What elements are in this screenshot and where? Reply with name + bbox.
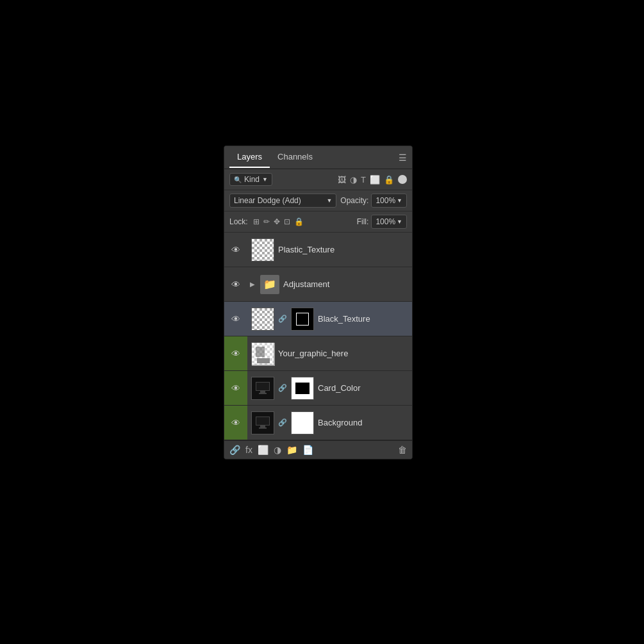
fill-value: 100% [376,217,395,226]
layer-name-black-texture: Black_Texture [318,314,412,324]
mask-fill [295,383,310,394]
filter-toggle-icon[interactable] [398,175,407,184]
blend-mode-row: Linear Dodge (Add) ▼ Opacity: 100% ▼ [224,190,412,211]
layer-info-your-graphic: Your_graphic_here [278,349,412,358]
monitor-base [259,393,267,394]
monitor-base [259,427,267,429]
thumb-background-mask [291,411,314,434]
monitor-screen [256,417,270,425]
layer-info-adjustament: Adjustament [283,279,412,289]
panel-menu-icon[interactable]: ☰ [399,153,407,163]
lock-icons: ⊞ ✏ ✥ ⊡ 🔒 [253,217,304,226]
link-black-texture: 🔗 [278,315,287,323]
layer-name-card-color: Card_Color [318,383,412,393]
thumb-your-graphic [251,342,274,365]
mask-inner [296,313,309,326]
svg-rect-2 [256,347,265,357]
monitor-screen [256,382,270,391]
layer-name-adjustament: Adjustament [283,279,412,289]
fill-group: Fill: 100% ▼ [357,215,407,229]
layer-name-background: Background [318,418,412,427]
eye-background[interactable]: 👁 [224,406,247,440]
opacity-group: Opacity: 100% ▼ [340,194,407,208]
eye-your-graphic[interactable]: 👁 [224,336,247,370]
layer-card-color[interactable]: 👁 🔗 Card_Color [224,371,412,406]
thumb-adjustament: 📁 [260,275,279,294]
layer-adjustament[interactable]: 👁 ▶ 📁 Adjustament [224,267,412,302]
circle-filter-icon[interactable]: ◑ [350,175,357,185]
layer-effects-icon[interactable]: fx [245,445,252,455]
svg-rect-1 [257,358,270,363]
text-filter-icon[interactable]: T [361,175,366,185]
link-card-color: 🔗 [278,384,287,392]
opacity-input[interactable]: 100% ▼ [371,194,407,208]
kind-chevron-icon: ▼ [262,176,268,183]
blend-mode-label: Linear Dodge (Add) [234,196,301,205]
layer-background[interactable]: 👁 🔗 Background [224,406,412,440]
layer-info-plastic-texture: Plastic_Texture [278,245,412,254]
shape-filter-icon[interactable]: ⬜ [370,175,380,185]
tab-bar: Layers Channels ☰ [224,146,412,169]
thumb-plastic-texture [251,238,274,261]
thumb-black-texture-layer [251,308,274,331]
filter-row: 🔍 Kind ▼ 🖼 ◑ T ⬜ 🔒 [224,169,412,190]
fill-input[interactable]: 100% ▼ [371,215,407,229]
lock-transparent-icon[interactable]: ⊞ [253,217,260,226]
layers-list: 👁 Plastic_Texture 👁 ▶ 📁 Adjustament 👁 [224,233,412,440]
new-group-icon[interactable]: 📁 [286,445,297,455]
lock-artboard-icon[interactable]: ⊡ [284,217,290,226]
eye-adjustament[interactable]: 👁 [224,267,247,301]
add-mask-icon[interactable]: ⬜ [258,445,268,455]
opacity-chevron-icon: ▼ [397,197,402,204]
visibility-icon: 👁 [231,418,240,428]
delete-layer-icon[interactable]: 🗑 [398,445,407,455]
tab-layers[interactable]: Layers [229,147,270,168]
lock-row: Lock: ⊞ ✏ ✥ ⊡ 🔒 Fill: 100% ▼ [224,211,412,233]
folder-chevron-icon[interactable]: ▶ [250,281,255,288]
link-background: 🔗 [278,418,287,427]
blend-chevron-icon: ▼ [326,197,332,204]
layer-your-graphic[interactable]: 👁 Your_graphic_here [224,336,412,371]
smart-filter-icon[interactable]: 🔒 [384,175,394,185]
kind-select[interactable]: 🔍 Kind ▼ [229,173,272,186]
layer-info-card-color: Card_Color [318,383,412,393]
visibility-icon: 👁 [231,279,240,290]
opacity-label: Opacity: [340,196,368,205]
lock-label: Lock: [229,217,248,226]
adjustment-layer-icon[interactable]: ◑ [274,445,281,455]
layer-name-your-graphic: Your_graphic_here [278,349,412,358]
link-layers-icon[interactable]: 🔗 [229,445,240,455]
thumb-card-color-mask [291,377,314,400]
image-filter-icon[interactable]: 🖼 [338,175,346,185]
filter-icons: 🖼 ◑ T ⬜ 🔒 [338,175,407,185]
layer-info-background: Background [318,418,412,427]
visibility-icon: 👁 [231,314,240,324]
eye-black-texture[interactable]: 👁 [224,302,247,336]
visibility-icon: 👁 [231,383,240,393]
visibility-icon: 👁 [231,349,240,359]
layer-plastic-texture[interactable]: 👁 Plastic_Texture [224,233,412,267]
lock-paint-icon[interactable]: ✏ [263,217,270,226]
thumb-card-color-layer [251,377,274,400]
layer-info-black-texture: Black_Texture [318,314,412,324]
lock-all-icon[interactable]: 🔒 [294,217,304,226]
thumb-black-texture-mask [291,308,314,331]
blend-mode-select[interactable]: Linear Dodge (Add) ▼ [229,194,336,208]
eye-card-color[interactable]: 👁 [224,371,247,405]
lock-move-icon[interactable]: ✥ [274,217,280,226]
tab-channels[interactable]: Channels [270,147,320,168]
fill-chevron-icon: ▼ [397,219,402,225]
new-layer-icon[interactable]: 📄 [302,445,313,455]
graphic-svg [252,343,275,366]
visibility-icon: 👁 [231,245,240,255]
eye-plastic-texture[interactable]: 👁 [224,233,247,267]
kind-label: Kind [244,175,260,184]
thumb-background-layer [251,411,274,434]
bottom-toolbar: 🔗 fx ⬜ ◑ 📁 📄 🗑 [224,440,412,459]
layers-panel: Layers Channels ☰ 🔍 Kind ▼ 🖼 ◑ T ⬜ 🔒 Lin… [224,145,413,459]
layer-name-plastic-texture: Plastic_Texture [278,245,412,254]
search-icon: 🔍 [234,176,242,183]
layer-black-texture[interactable]: 👁 🔗 Black_Texture [224,302,412,336]
opacity-value: 100% [376,196,395,205]
fill-label: Fill: [357,217,369,226]
